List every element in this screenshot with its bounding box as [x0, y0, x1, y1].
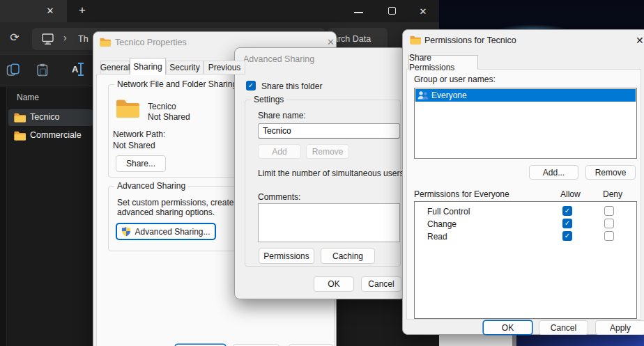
advanced-sharing-desc-line2: advanced sharing options. [117, 207, 215, 217]
background-window [439, 335, 512, 346]
folder-icon [100, 38, 111, 49]
folder-icon [410, 36, 421, 47]
deny-column-header: Deny [603, 189, 622, 199]
button-label: OK [502, 323, 514, 333]
refresh-icon[interactable]: ⟳ [8, 31, 22, 45]
button-label: Add [272, 147, 286, 157]
share-button[interactable]: Share... [116, 155, 166, 172]
check-icon: ✓ [565, 207, 570, 214]
permissions-table: Full Control ✓ Change ✓ Read ✓ [414, 201, 637, 319]
caching-button[interactable]: Caching [321, 248, 375, 264]
dialog-title: Permissions for Tecnico [424, 36, 516, 45]
shared-folder-status: Not Shared [148, 112, 190, 122]
this-pc-icon[interactable] [41, 33, 54, 47]
button-label: OK [328, 279, 339, 289]
tab-sharing[interactable]: Sharing [130, 58, 166, 75]
share-this-folder-checkbox[interactable]: ✓ [246, 81, 256, 91]
file-name: Commerciale [30, 130, 82, 140]
comments-label: Comments: [258, 192, 300, 202]
permission-label: Read [427, 232, 447, 242]
tab-close-icon[interactable]: ✕ [45, 6, 56, 17]
close-icon[interactable]: ✕ [327, 37, 335, 47]
button-label: Permissions [263, 251, 309, 261]
apply-button[interactable]: Apply [595, 320, 644, 335]
allow-checkbox[interactable]: ✓ [562, 206, 572, 216]
check-icon: ✓ [565, 220, 570, 227]
minimize-icon[interactable] [354, 12, 363, 13]
window-close-icon[interactable]: ✕ [417, 6, 429, 17]
name-column-header[interactable]: Name [17, 93, 39, 102]
tab-previous-versions[interactable]: Previous [204, 61, 245, 74]
tab-label: General [100, 63, 130, 72]
allow-checkbox[interactable]: ✓ [562, 219, 572, 228]
uac-shield-icon [121, 226, 131, 237]
add-button[interactable]: Add... [529, 165, 578, 180]
dialog-title: Advanced Sharing [243, 54, 314, 64]
explorer-tab-bar: ✕ + ✕ [0, 0, 439, 22]
copy-icon[interactable] [6, 63, 20, 79]
permissions-table-label: Permissions for Everyone [414, 189, 509, 199]
left-rail [0, 87, 7, 346]
group-or-user-names-label: Group or user names: [414, 74, 496, 84]
close-icon[interactable]: ✕ [636, 35, 644, 46]
folder-icon-large [116, 99, 139, 120]
breadcrumb-chevron-icon: › [63, 32, 67, 43]
advanced-sharing-dialog: Advanced Sharing ✓ Share this folder Set… [234, 47, 406, 299]
button-label: Add... [543, 168, 565, 178]
check-icon: ✓ [565, 233, 570, 239]
remove-button[interactable]: Remove [585, 165, 636, 180]
add-share-button[interactable]: Add [258, 144, 301, 159]
file-row-commerciale[interactable]: Commerciale [8, 127, 93, 144]
list-item-label: Everyone [431, 91, 467, 100]
rename-icon[interactable]: A [72, 63, 86, 77]
list-item-everyone[interactable]: Everyone [415, 89, 636, 102]
tab-label: Previous [208, 63, 241, 72]
wallpaper-bottom-strip [516, 335, 644, 346]
group-legend: Network File and Folder Sharing [114, 79, 240, 89]
cancel-button[interactable]: Cancel [539, 320, 588, 335]
ok-button[interactable]: OK [314, 276, 354, 292]
group-user-list[interactable]: Everyone [414, 88, 637, 159]
advanced-sharing-button[interactable]: Advanced Sharing... [116, 223, 216, 240]
button-label: Remove [595, 168, 627, 178]
tab-label: Share Permissions [409, 53, 477, 72]
allow-checkbox[interactable]: ✓ [562, 231, 572, 241]
paste-icon[interactable] [36, 63, 49, 79]
tab-label: Security [169, 63, 199, 72]
file-row-tecnico[interactable]: Tecnico [8, 109, 93, 126]
button-label: Share... [126, 159, 155, 168]
deny-checkbox[interactable] [604, 219, 614, 228]
permission-label: Full Control [427, 207, 470, 217]
settings-group: Settings Share name: Add Remove Limit th… [245, 100, 401, 267]
tab-general[interactable]: General [100, 61, 130, 74]
folder-icon [14, 113, 26, 125]
dialog-title: Tecnico Properties [115, 38, 187, 47]
button-label: Cancel [368, 279, 394, 289]
new-tab-icon[interactable]: + [75, 3, 89, 17]
share-this-folder-label: Share this folder [261, 81, 322, 91]
table-row-full-control: Full Control ✓ [415, 206, 636, 217]
maximize-icon[interactable] [388, 7, 396, 15]
button-label: Caching [332, 251, 363, 261]
permissions-button[interactable]: Permissions [259, 248, 314, 264]
tab-security[interactable]: Security [166, 61, 204, 74]
deny-checkbox[interactable] [604, 231, 614, 241]
comments-textarea[interactable] [258, 203, 400, 242]
tab-share-permissions[interactable]: Share Permissions [408, 55, 478, 70]
network-path-label: Network Path: [113, 129, 165, 139]
share-name-input[interactable] [258, 123, 400, 139]
group-legend: Advanced Sharing [114, 181, 188, 191]
allow-column-header: Allow [560, 189, 581, 199]
search-box-text: arch Data [333, 34, 371, 44]
button-label: Advanced Sharing... [135, 227, 210, 237]
group-legend: Settings [251, 95, 286, 104]
ok-button[interactable]: OK [483, 320, 532, 335]
cancel-button[interactable]: Cancel [361, 276, 401, 292]
breadcrumb[interactable]: Th [78, 34, 89, 44]
users-icon [417, 91, 429, 102]
file-name: Tecnico [30, 112, 59, 122]
deny-checkbox[interactable] [604, 206, 614, 216]
explorer-tab[interactable]: ✕ [0, 0, 67, 22]
share-permissions-page: Group or user names: Everyone Add... Rem… [406, 69, 641, 320]
remove-share-button[interactable]: Remove [306, 144, 349, 159]
